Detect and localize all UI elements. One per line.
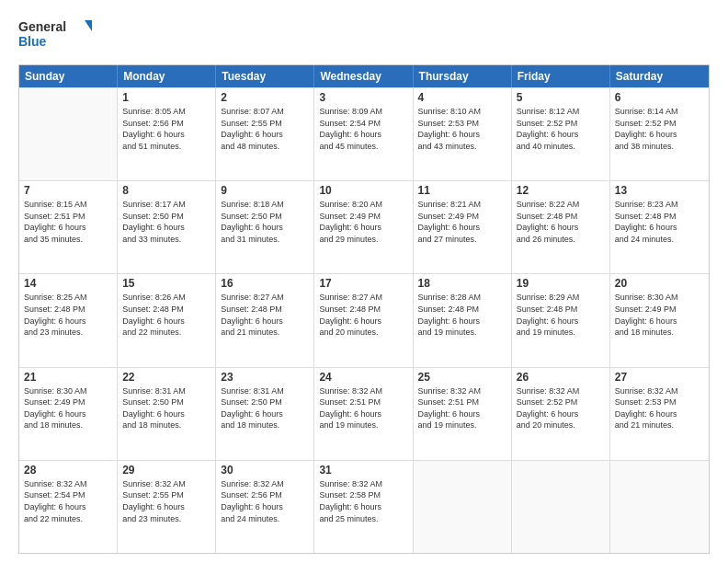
cal-cell: 30Sunrise: 8:32 AM Sunset: 2:56 PM Dayli… bbox=[216, 461, 314, 553]
cal-cell: 16Sunrise: 8:27 AM Sunset: 2:48 PM Dayli… bbox=[216, 274, 314, 366]
day-number: 22 bbox=[122, 371, 210, 384]
cal-cell: 27Sunrise: 8:32 AM Sunset: 2:53 PM Dayli… bbox=[610, 368, 709, 460]
page-header: General Blue bbox=[18, 17, 710, 55]
cal-cell bbox=[512, 461, 610, 553]
cal-cell: 1Sunrise: 8:05 AM Sunset: 2:56 PM Daylig… bbox=[118, 88, 216, 180]
day-info: Sunrise: 8:12 AM Sunset: 2:52 PM Dayligh… bbox=[517, 106, 605, 152]
calendar-body: 1Sunrise: 8:05 AM Sunset: 2:56 PM Daylig… bbox=[19, 87, 709, 553]
day-info: Sunrise: 8:14 AM Sunset: 2:52 PM Dayligh… bbox=[615, 106, 704, 152]
day-number: 9 bbox=[221, 184, 309, 197]
day-info: Sunrise: 8:09 AM Sunset: 2:54 PM Dayligh… bbox=[319, 106, 407, 152]
day-number: 2 bbox=[221, 91, 309, 104]
day-info: Sunrise: 8:15 AM Sunset: 2:51 PM Dayligh… bbox=[24, 199, 112, 245]
day-info: Sunrise: 8:30 AM Sunset: 2:49 PM Dayligh… bbox=[615, 292, 704, 338]
day-number: 24 bbox=[319, 371, 407, 384]
svg-text:General: General bbox=[18, 19, 66, 34]
day-info: Sunrise: 8:32 AM Sunset: 2:55 PM Dayligh… bbox=[122, 478, 210, 524]
weekday-header-wednesday: Wednesday bbox=[314, 65, 413, 87]
day-info: Sunrise: 8:32 AM Sunset: 2:53 PM Dayligh… bbox=[615, 385, 704, 431]
day-number: 31 bbox=[319, 464, 407, 477]
day-number: 5 bbox=[517, 91, 605, 104]
day-info: Sunrise: 8:25 AM Sunset: 2:48 PM Dayligh… bbox=[24, 292, 112, 338]
weekday-header-sunday: Sunday bbox=[19, 65, 118, 87]
cal-cell: 14Sunrise: 8:25 AM Sunset: 2:48 PM Dayli… bbox=[19, 274, 118, 366]
cal-cell: 9Sunrise: 8:18 AM Sunset: 2:50 PM Daylig… bbox=[216, 181, 314, 273]
day-info: Sunrise: 8:32 AM Sunset: 2:54 PM Dayligh… bbox=[24, 478, 112, 524]
cal-cell: 31Sunrise: 8:32 AM Sunset: 2:58 PM Dayli… bbox=[314, 461, 413, 553]
logo: General Blue bbox=[18, 17, 92, 55]
cal-cell: 17Sunrise: 8:27 AM Sunset: 2:48 PM Dayli… bbox=[314, 274, 413, 366]
cal-cell: 10Sunrise: 8:20 AM Sunset: 2:49 PM Dayli… bbox=[314, 181, 413, 273]
weekday-header-saturday: Saturday bbox=[610, 65, 709, 87]
cal-cell: 11Sunrise: 8:21 AM Sunset: 2:49 PM Dayli… bbox=[414, 181, 512, 273]
weekday-header-tuesday: Tuesday bbox=[216, 65, 314, 87]
day-number: 6 bbox=[615, 91, 704, 104]
cal-cell: 20Sunrise: 8:30 AM Sunset: 2:49 PM Dayli… bbox=[610, 274, 709, 366]
day-number: 25 bbox=[418, 371, 506, 384]
day-number: 10 bbox=[319, 184, 407, 197]
logo-svg: General Blue bbox=[18, 17, 92, 55]
day-info: Sunrise: 8:31 AM Sunset: 2:50 PM Dayligh… bbox=[221, 385, 309, 431]
calendar-row-5: 28Sunrise: 8:32 AM Sunset: 2:54 PM Dayli… bbox=[19, 460, 709, 553]
day-info: Sunrise: 8:22 AM Sunset: 2:48 PM Dayligh… bbox=[517, 199, 605, 245]
cal-cell bbox=[414, 461, 512, 553]
day-info: Sunrise: 8:21 AM Sunset: 2:49 PM Dayligh… bbox=[418, 199, 506, 245]
calendar-row-4: 21Sunrise: 8:30 AM Sunset: 2:49 PM Dayli… bbox=[19, 367, 709, 460]
day-number: 4 bbox=[418, 91, 506, 104]
cal-cell bbox=[610, 461, 709, 553]
calendar: SundayMondayTuesdayWednesdayThursdayFrid… bbox=[18, 64, 710, 554]
day-info: Sunrise: 8:10 AM Sunset: 2:53 PM Dayligh… bbox=[418, 106, 506, 152]
cal-cell: 28Sunrise: 8:32 AM Sunset: 2:54 PM Dayli… bbox=[19, 461, 118, 553]
svg-text:Blue: Blue bbox=[18, 34, 47, 49]
cal-cell: 5Sunrise: 8:12 AM Sunset: 2:52 PM Daylig… bbox=[512, 88, 610, 180]
day-number: 29 bbox=[122, 464, 210, 477]
day-info: Sunrise: 8:32 AM Sunset: 2:51 PM Dayligh… bbox=[319, 385, 407, 431]
day-info: Sunrise: 8:20 AM Sunset: 2:49 PM Dayligh… bbox=[319, 199, 407, 245]
day-number: 16 bbox=[221, 277, 309, 290]
day-info: Sunrise: 8:05 AM Sunset: 2:56 PM Dayligh… bbox=[122, 106, 210, 152]
day-info: Sunrise: 8:07 AM Sunset: 2:55 PM Dayligh… bbox=[221, 106, 309, 152]
cal-cell: 12Sunrise: 8:22 AM Sunset: 2:48 PM Dayli… bbox=[512, 181, 610, 273]
svg-marker-2 bbox=[85, 20, 92, 31]
day-number: 7 bbox=[24, 184, 112, 197]
day-number: 11 bbox=[418, 184, 506, 197]
day-number: 3 bbox=[319, 91, 407, 104]
day-number: 30 bbox=[221, 464, 309, 477]
cal-cell: 29Sunrise: 8:32 AM Sunset: 2:55 PM Dayli… bbox=[118, 461, 216, 553]
day-number: 1 bbox=[122, 91, 210, 104]
day-number: 15 bbox=[122, 277, 210, 290]
day-info: Sunrise: 8:17 AM Sunset: 2:50 PM Dayligh… bbox=[122, 199, 210, 245]
day-info: Sunrise: 8:32 AM Sunset: 2:56 PM Dayligh… bbox=[221, 478, 309, 524]
day-info: Sunrise: 8:30 AM Sunset: 2:49 PM Dayligh… bbox=[24, 385, 112, 431]
day-number: 26 bbox=[517, 371, 605, 384]
cal-cell: 8Sunrise: 8:17 AM Sunset: 2:50 PM Daylig… bbox=[118, 181, 216, 273]
day-number: 21 bbox=[24, 371, 112, 384]
cal-cell bbox=[19, 88, 118, 180]
cal-cell: 22Sunrise: 8:31 AM Sunset: 2:50 PM Dayli… bbox=[118, 368, 216, 460]
day-info: Sunrise: 8:18 AM Sunset: 2:50 PM Dayligh… bbox=[221, 199, 309, 245]
day-info: Sunrise: 8:27 AM Sunset: 2:48 PM Dayligh… bbox=[221, 292, 309, 338]
day-info: Sunrise: 8:32 AM Sunset: 2:58 PM Dayligh… bbox=[319, 478, 407, 524]
cal-cell: 7Sunrise: 8:15 AM Sunset: 2:51 PM Daylig… bbox=[19, 181, 118, 273]
calendar-row-1: 1Sunrise: 8:05 AM Sunset: 2:56 PM Daylig… bbox=[19, 87, 709, 180]
weekday-header-friday: Friday bbox=[512, 65, 610, 87]
cal-cell: 25Sunrise: 8:32 AM Sunset: 2:51 PM Dayli… bbox=[414, 368, 512, 460]
cal-cell: 19Sunrise: 8:29 AM Sunset: 2:48 PM Dayli… bbox=[512, 274, 610, 366]
cal-cell: 18Sunrise: 8:28 AM Sunset: 2:48 PM Dayli… bbox=[414, 274, 512, 366]
day-info: Sunrise: 8:32 AM Sunset: 2:52 PM Dayligh… bbox=[517, 385, 605, 431]
cal-cell: 2Sunrise: 8:07 AM Sunset: 2:55 PM Daylig… bbox=[216, 88, 314, 180]
day-number: 27 bbox=[615, 371, 704, 384]
day-number: 8 bbox=[122, 184, 210, 197]
calendar-row-2: 7Sunrise: 8:15 AM Sunset: 2:51 PM Daylig… bbox=[19, 180, 709, 273]
calendar-row-3: 14Sunrise: 8:25 AM Sunset: 2:48 PM Dayli… bbox=[19, 273, 709, 366]
calendar-header: SundayMondayTuesdayWednesdayThursdayFrid… bbox=[19, 65, 709, 87]
day-info: Sunrise: 8:28 AM Sunset: 2:48 PM Dayligh… bbox=[418, 292, 506, 338]
day-info: Sunrise: 8:23 AM Sunset: 2:48 PM Dayligh… bbox=[615, 199, 704, 245]
day-number: 28 bbox=[24, 464, 112, 477]
cal-cell: 4Sunrise: 8:10 AM Sunset: 2:53 PM Daylig… bbox=[414, 88, 512, 180]
day-info: Sunrise: 8:27 AM Sunset: 2:48 PM Dayligh… bbox=[319, 292, 407, 338]
day-info: Sunrise: 8:26 AM Sunset: 2:48 PM Dayligh… bbox=[122, 292, 210, 338]
cal-cell: 13Sunrise: 8:23 AM Sunset: 2:48 PM Dayli… bbox=[610, 181, 709, 273]
day-info: Sunrise: 8:29 AM Sunset: 2:48 PM Dayligh… bbox=[517, 292, 605, 338]
day-number: 14 bbox=[24, 277, 112, 290]
